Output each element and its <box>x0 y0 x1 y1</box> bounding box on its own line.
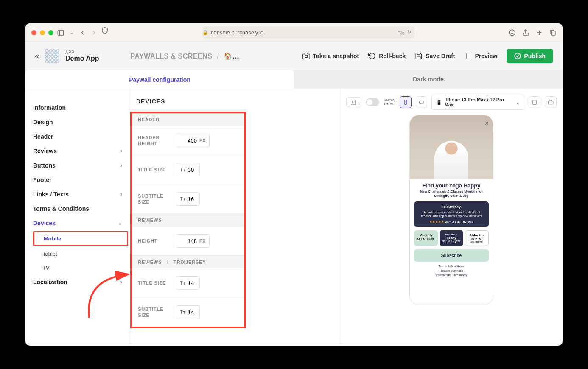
sidebar-item-localization[interactable]: Localization› <box>25 275 130 289</box>
chevron-right-icon: › <box>120 148 122 154</box>
subscribe-button[interactable]: Subscribe <box>414 249 489 262</box>
tv-preview-button[interactable] <box>545 96 557 108</box>
restore-link[interactable]: Restore purchase <box>414 269 489 274</box>
shield-icon[interactable] <box>101 27 109 34</box>
header-height-field[interactable]: PX <box>176 134 210 147</box>
rollback-label: Roll-back <box>379 53 406 59</box>
breadcrumb-section: PAYWALLS & SCREENS <box>130 53 212 60</box>
close-window-button[interactable] <box>31 30 36 35</box>
header-section-heading: HEADER <box>132 113 244 126</box>
tablet-preview-button[interactable] <box>529 96 540 108</box>
new-tab-icon[interactable] <box>535 29 543 36</box>
sidebar-item-design[interactable]: Design <box>25 115 130 129</box>
save-draft-label: Save Draft <box>426 53 455 59</box>
close-icon[interactable]: × <box>485 120 489 127</box>
sidebar-item-buttons[interactable]: Buttons› <box>25 158 130 173</box>
review-title-size-field[interactable]: Tᴛ <box>176 276 200 290</box>
subtitle-size-row: SUBTITLE SIZE Tᴛ <box>132 184 244 214</box>
phone-preview-mock: × Find your Yoga Happy New Challenges & … <box>409 115 493 305</box>
locale-selector[interactable]: 🇫 ⌄ <box>346 97 361 107</box>
app-label: APP <box>65 50 99 55</box>
preview-button[interactable]: Preview <box>465 52 498 60</box>
powered-by-label: Powered by Purchasely <box>414 273 489 278</box>
minimize-window-button[interactable] <box>40 30 45 35</box>
sidebar-item-reviews[interactable]: Reviews› <box>25 144 130 158</box>
reviews-height-input[interactable] <box>180 238 197 244</box>
sidebar-item-information[interactable]: Information <box>25 101 130 115</box>
chevron-right-icon: › <box>120 162 122 168</box>
refresh-icon[interactable]: ↻ <box>407 29 411 36</box>
downloads-icon[interactable] <box>508 29 516 36</box>
svg-rect-12 <box>404 100 407 105</box>
svg-rect-9 <box>467 53 470 59</box>
translate-icon[interactable]: ᴬあ <box>398 29 405 36</box>
star-rating: ★★★★★ 2k+ 5 Star reviews <box>417 220 485 224</box>
header-actions: Take a snapshot Roll-back Save Draft Pre… <box>302 49 553 63</box>
terms-link[interactable]: Terms & Conditions <box>414 264 489 269</box>
annotation-highlight-box: HEADER HEADER HEIGHT PX TITLE SIZE Tᴛ <box>130 112 246 328</box>
lock-icon: 🔒 <box>202 30 208 35</box>
sidebar-item-links-texts[interactable]: Links / Texts› <box>25 187 130 201</box>
collapse-sidebar-button[interactable]: « <box>35 52 39 61</box>
text-size-icon: Tᴛ <box>180 196 185 202</box>
preview-panel: 🇫 ⌄ SHOWTRIAL 📱 iPhone 13 Pro Max / 12 P… <box>340 89 563 346</box>
title-size-input[interactable] <box>188 167 197 173</box>
paywall-subtitle: New Challenges & Classes Monthly for Str… <box>414 190 489 198</box>
sidebar-item-footer[interactable]: Footer <box>25 173 130 187</box>
review-subtitle-size-field[interactable]: Tᴛ <box>176 305 200 319</box>
sidebar-item-header-section[interactable]: Header <box>25 129 130 144</box>
svg-rect-0 <box>58 30 64 35</box>
plan-six-months[interactable]: 6 Months59,94 € / semester <box>465 230 489 246</box>
sidebar-item-mobile[interactable]: Mobile <box>33 231 128 246</box>
review-text: Hannah is such a beautiful soul and bril… <box>417 210 485 218</box>
publish-button[interactable]: Publish <box>507 49 553 63</box>
subtitle-size-input[interactable] <box>188 196 197 202</box>
sidebar-item-tv[interactable]: TV <box>25 261 130 275</box>
show-trial-toggle[interactable] <box>366 98 379 106</box>
tab-dark-mode[interactable]: Dark mode <box>294 70 563 89</box>
portrait-view-button[interactable] <box>400 96 412 108</box>
reviews-crumb-b: TRIXJERSEY <box>174 260 206 265</box>
main-content: Information Design Header Reviews› Butto… <box>25 89 563 346</box>
landscape-view-button[interactable] <box>416 96 428 108</box>
plan-yearly[interactable]: Best ValueYearly99,99 € / year <box>440 230 463 246</box>
share-icon[interactable] <box>522 29 529 36</box>
sidebar-toggle-icon[interactable] <box>57 29 64 36</box>
review-subtitle-size-input[interactable] <box>188 309 197 316</box>
review-title-size-input[interactable] <box>188 280 197 286</box>
title-size-row: TITLE SIZE Tᴛ <box>132 155 244 184</box>
review-card: TrixJersey Hannah is such a beautiful so… <box>414 201 489 227</box>
tab-paywall-configuration[interactable]: Paywall configuration <box>25 70 294 89</box>
check-icon <box>514 53 521 59</box>
header-height-input[interactable] <box>180 137 197 144</box>
take-snapshot-button[interactable]: Take a snapshot <box>302 52 359 60</box>
publish-label: Publish <box>524 53 546 59</box>
subtitle-size-field[interactable]: Tᴛ <box>176 192 200 206</box>
back-button[interactable] <box>79 29 87 36</box>
forward-button[interactable] <box>90 29 98 36</box>
device-selector[interactable]: 📱 iPhone 13 Pro Max / 12 Pro Max ⌄ <box>431 95 524 110</box>
svg-rect-15 <box>548 101 553 104</box>
tabs-icon[interactable] <box>549 29 557 36</box>
svg-rect-7 <box>551 31 555 35</box>
review-subtitle-size-label: SUBTITLE SIZE <box>138 306 171 319</box>
url-text: console.purchasely.io <box>211 29 263 36</box>
sidebar-item-terms[interactable]: Terms & Conditions <box>25 201 130 216</box>
show-trial-label: SHOWTRIAL <box>384 98 395 106</box>
px-suffix: PX <box>199 238 206 243</box>
reviews-height-field[interactable]: PX <box>176 234 210 248</box>
title-size-field[interactable]: Tᴛ <box>176 163 200 176</box>
chevron-right-icon: › <box>120 279 122 285</box>
svg-rect-13 <box>419 101 424 103</box>
plan-monthly[interactable]: Monthly9,99 € / month <box>414 230 438 246</box>
save-draft-button[interactable]: Save Draft <box>415 52 455 60</box>
sidebar-item-tablet[interactable]: Tablet <box>25 247 130 261</box>
maximize-window-button[interactable] <box>48 30 53 35</box>
rollback-button[interactable]: Roll-back <box>368 52 406 60</box>
sidebar-item-devices[interactable]: Devices⌄ <box>25 216 130 230</box>
panel-title: DEVICES <box>130 89 340 112</box>
address-bar[interactable]: 🔒 console.purchasely.io ᴬあ ↻ <box>202 27 414 39</box>
chevron-down-icon[interactable]: ⌄ <box>68 29 76 36</box>
chevron-down-icon: ⌄ <box>118 220 122 226</box>
text-size-icon: Tᴛ <box>180 167 185 173</box>
